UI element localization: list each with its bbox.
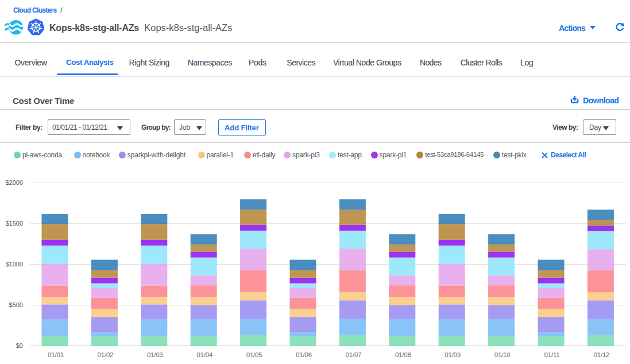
svg-text:01/02: 01/02 bbox=[98, 351, 114, 358]
svg-text:$2000: $2000 bbox=[5, 179, 23, 186]
svg-text:01/01: 01/01 bbox=[48, 351, 64, 358]
svg-text:$0: $0 bbox=[16, 342, 23, 349]
svg-text:01/05: 01/05 bbox=[246, 351, 262, 358]
svg-text:01/12: 01/12 bbox=[594, 351, 610, 358]
svg-text:01/04: 01/04 bbox=[196, 351, 213, 358]
svg-text:$500: $500 bbox=[9, 301, 23, 308]
svg-text:01/06: 01/06 bbox=[296, 351, 312, 358]
svg-text:01/10: 01/10 bbox=[494, 351, 511, 358]
svg-text:$1500: $1500 bbox=[5, 220, 23, 227]
svg-text:$1000: $1000 bbox=[5, 261, 23, 268]
svg-text:01/03: 01/03 bbox=[147, 351, 163, 358]
svg-text:01/07: 01/07 bbox=[346, 351, 362, 358]
svg-text:01/08: 01/08 bbox=[395, 351, 411, 358]
svg-text:01/09: 01/09 bbox=[445, 351, 461, 358]
svg-text:01/11: 01/11 bbox=[544, 351, 560, 358]
